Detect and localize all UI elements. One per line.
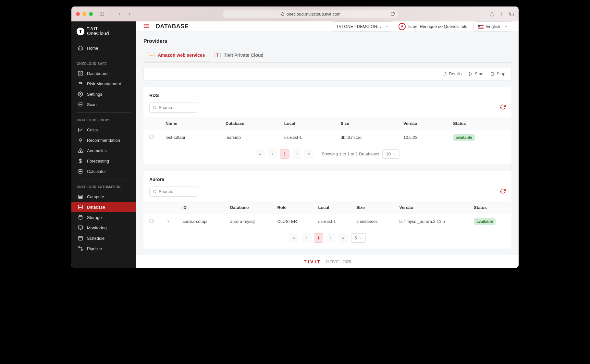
- col-status: Status: [468, 201, 511, 214]
- pager-first-button[interactable]: «: [255, 149, 265, 159]
- pager-current[interactable]: 1: [280, 149, 289, 159]
- sidebar-item-costs[interactable]: Costs: [71, 125, 136, 135]
- org-selector[interactable]: TVTONE - DEMO ON…: [332, 21, 393, 31]
- pager-last-button[interactable]: »: [304, 149, 314, 159]
- sidebar-item-label: Forecasting: [87, 159, 109, 164]
- table-row[interactable]: test-cdtapi mariadb us-east-1 db.t3.micr…: [143, 130, 511, 145]
- sidebar-item-dashboard[interactable]: Dashboard: [71, 68, 136, 79]
- close-window-icon[interactable]: [76, 12, 80, 16]
- aurora-search[interactable]: [149, 187, 198, 197]
- sidebar-item-schedule[interactable]: Schedule: [71, 233, 136, 243]
- svg-point-35: [79, 215, 82, 217]
- new-tab-icon[interactable]: [499, 11, 504, 17]
- minimize-window-icon[interactable]: [82, 12, 86, 16]
- cell-size: 2 instances: [350, 214, 394, 229]
- svg-rect-50: [491, 72, 494, 75]
- sidebar-item-storage[interactable]: Storage: [71, 212, 136, 223]
- sidebar-item-compute[interactable]: Compute: [71, 191, 136, 202]
- pager-first-button[interactable]: «: [289, 233, 299, 243]
- chevron-down-icon[interactable]: [109, 11, 112, 17]
- sidebar-item-label: Storage: [87, 215, 102, 220]
- col-size: Size: [350, 201, 394, 214]
- address-bar[interactable]: onecloud.multicloud.tivit.com: [223, 10, 398, 18]
- share-icon[interactable]: [489, 11, 495, 17]
- chevron-down-icon: [385, 25, 389, 29]
- sidebar-toggle-icon[interactable]: [99, 11, 104, 17]
- cell-local: us-east-1: [312, 214, 350, 229]
- pager-prev-button[interactable]: ‹: [302, 233, 310, 243]
- rds-search[interactable]: [149, 103, 198, 113]
- sidebar-item-home[interactable]: Home: [71, 43, 136, 53]
- bulb-icon: [78, 138, 83, 143]
- aurora-table: ID Database Role Local Size Versão Statu…: [143, 201, 511, 229]
- col-versao: Versão: [398, 117, 447, 130]
- page-size-value: 10: [386, 152, 390, 156]
- cell-id: aurora-cdtapi: [177, 214, 224, 229]
- sidebar-item-pipeline[interactable]: Pipeline: [71, 243, 136, 254]
- play-icon: [468, 72, 473, 76]
- url-text: onecloud.multicloud.tivit.com: [287, 12, 340, 17]
- refresh-icon[interactable]: [390, 12, 395, 16]
- row-radio[interactable]: [149, 219, 154, 223]
- details-button[interactable]: Details: [442, 71, 462, 76]
- menu-toggle-button[interactable]: [143, 22, 150, 31]
- rds-table: Nome Database Local Size Versão Status t…: [143, 117, 511, 145]
- calendar-icon: [78, 236, 83, 241]
- page-size-select[interactable]: 10: [382, 149, 399, 159]
- dollar-icon: [78, 158, 83, 164]
- pager-current[interactable]: 1: [314, 233, 323, 243]
- sidebar-item-database[interactable]: Database: [71, 202, 136, 212]
- cell-database: aurora-mysql: [224, 214, 272, 229]
- sidebar-item-label: Home: [87, 46, 98, 51]
- tab-aws[interactable]: aws Amazon web services: [143, 49, 210, 62]
- sidebar-item-label: Risk Management: [87, 81, 121, 86]
- cell-local: us-east-1: [278, 130, 335, 145]
- pager-next-button[interactable]: ›: [326, 233, 335, 243]
- aurora-refresh-button[interactable]: [500, 188, 506, 195]
- maximize-window-icon[interactable]: [89, 12, 93, 16]
- svg-line-52: [155, 108, 156, 109]
- pager-next-button[interactable]: ›: [293, 149, 301, 159]
- language-selector[interactable]: English: [473, 21, 512, 31]
- sidebar-item-monitoring[interactable]: Monitoring: [71, 223, 136, 233]
- pager-text: Showing 1 to 1 of 1 Databases: [322, 152, 379, 156]
- tabs-overview-icon[interactable]: [509, 11, 514, 17]
- row-radio[interactable]: [149, 135, 154, 139]
- logo-mark-icon: T: [77, 28, 84, 35]
- tab-tivit-private-cloud[interactable]: T Tivit Private Cloud: [210, 49, 268, 62]
- pager-prev-button[interactable]: ‹: [268, 149, 277, 159]
- aurora-pager: « ‹ 1 › » 5: [143, 229, 511, 244]
- start-button[interactable]: Start: [468, 71, 484, 76]
- rds-refresh-button[interactable]: [500, 104, 506, 111]
- forward-icon[interactable]: [127, 11, 132, 17]
- monitor-icon: [78, 225, 83, 230]
- sidebar-item-calculator[interactable]: Calculator: [71, 166, 136, 176]
- tivit-icon: T: [214, 52, 221, 58]
- sidebar-item-scan[interactable]: Scan: [71, 99, 136, 110]
- cell-nome: test-cdtapi: [160, 130, 220, 145]
- sidebar-item-anomalies[interactable]: Anomalies: [71, 145, 136, 156]
- sidebar-section-title: ONECLOUD FINOPS: [71, 115, 136, 125]
- sidebar-item-recommendation[interactable]: Recommendation: [71, 135, 136, 145]
- user-name: Israel Henrique de Queiros Toloi: [408, 24, 468, 29]
- back-icon[interactable]: [117, 11, 122, 17]
- svg-point-15: [81, 83, 82, 84]
- page-size-select[interactable]: 5: [351, 233, 366, 243]
- sidebar-item-forecasting[interactable]: Forecasting: [71, 156, 136, 166]
- search-input[interactable]: [159, 105, 194, 110]
- sidebar-item-settings[interactable]: Settings: [71, 89, 136, 99]
- browser-toolbar: onecloud.multicloud.tivit.com: [71, 6, 519, 21]
- sidebar-item-label: Compute: [87, 194, 104, 199]
- scan-icon: [78, 102, 83, 107]
- pipeline-icon: [78, 246, 83, 251]
- user-menu[interactable]: Israel Henrique de Queiros Toloi: [399, 23, 468, 30]
- search-input[interactable]: [159, 189, 194, 194]
- table-row[interactable]: aurora-cdtapi aurora-mysql CLUSTER us-ea…: [143, 214, 511, 229]
- stop-button[interactable]: Stop: [490, 71, 505, 76]
- costs-icon: [78, 127, 83, 132]
- svg-rect-0: [100, 12, 104, 16]
- sidebar-item-risk-management[interactable]: Risk Management: [71, 79, 136, 89]
- expand-button[interactable]: [166, 220, 171, 223]
- pager-last-button[interactable]: »: [338, 233, 348, 243]
- sidebar-item-label: Database: [87, 205, 105, 210]
